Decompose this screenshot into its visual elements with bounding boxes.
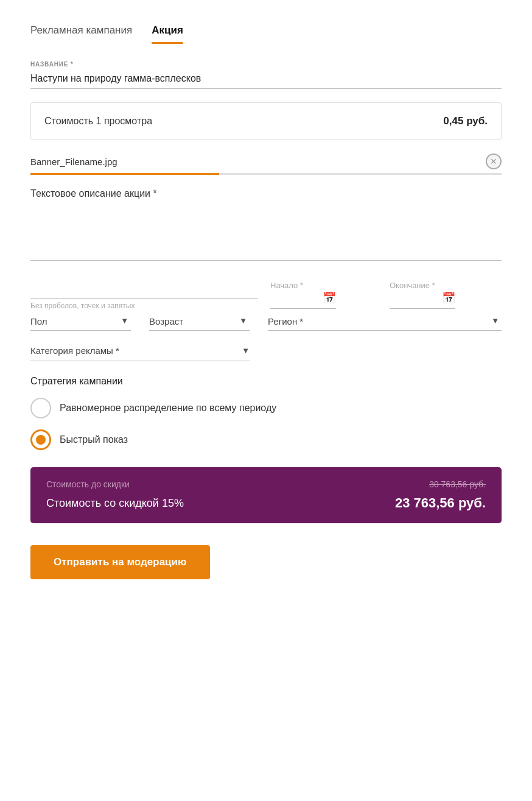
shows-section: Без пробелов, точек и запятых xyxy=(30,281,258,310)
tab-campaign[interactable]: Рекламная кампания xyxy=(30,24,132,43)
cost-before-row: Стоимость до скидки 30 763,56 руб. xyxy=(46,479,486,489)
radio-even-label: Равномерное распределение по всему перио… xyxy=(60,403,276,414)
tabs-bar: Рекламная кампания Акция xyxy=(30,24,502,43)
tab-action[interactable]: Акция xyxy=(152,24,183,43)
gender-label: Пол xyxy=(30,316,131,326)
gender-chevron-icon: ▼ xyxy=(121,316,128,325)
shows-hint: Без пробелов, точек и запятых xyxy=(30,302,258,310)
name-label: НАЗВАНИЕ * xyxy=(30,61,502,68)
cost-after-label: Стоимость со скидкой 15% xyxy=(46,497,184,510)
radio-even-circle[interactable] xyxy=(30,398,51,418)
cost-before-value: 30 763,56 руб. xyxy=(429,479,486,489)
age-dropdown[interactable]: Возраст ▼ xyxy=(149,316,250,331)
shows-input[interactable] xyxy=(30,281,258,299)
shows-dates-row: Без пробелов, точек и запятых Начало * 📅 xyxy=(30,281,502,310)
date-group: Начало * 📅 Окончание * 📅 xyxy=(270,281,502,309)
description-label: Текстовое описание акции * xyxy=(30,188,502,199)
file-progress-bar xyxy=(30,173,502,175)
start-date-section: Начало * 📅 xyxy=(270,281,380,309)
radio-fast-show[interactable]: Быстрый показ xyxy=(30,429,502,450)
cost-after-row: Стоимость со скидкой 15% 23 763,56 руб. xyxy=(46,495,486,511)
end-date-label: Окончание * xyxy=(390,281,455,290)
file-progress-fill xyxy=(30,173,219,175)
region-dropdown[interactable]: Регион * ▼ xyxy=(268,316,502,331)
category-chevron-icon: ▼ xyxy=(242,346,250,355)
file-input-section: ✕ xyxy=(30,153,502,175)
submit-button[interactable]: Отправить на модерацию xyxy=(30,545,210,579)
strategy-title: Стратегия кампании xyxy=(30,376,502,387)
age-label: Возраст xyxy=(149,316,250,326)
radio-even-distribution[interactable]: Равномерное распределение по всему перио… xyxy=(30,398,502,418)
start-date-label: Начало * xyxy=(270,281,336,290)
description-section: Текстовое описание акции * xyxy=(30,188,502,263)
end-date-input[interactable] xyxy=(390,293,438,303)
region-chevron-icon: ▼ xyxy=(491,316,499,325)
name-section: НАЗВАНИЕ * xyxy=(30,61,502,89)
cost-after-value: 23 763,56 руб. xyxy=(395,495,486,511)
category-section: Категория рекламы * ▼ xyxy=(30,345,502,361)
cost-per-view-label: Стоимость 1 просмотра xyxy=(44,116,152,127)
region-label: Регион * xyxy=(268,316,502,326)
strategy-section: Стратегия кампании Равномерное распредел… xyxy=(30,376,502,450)
start-calendar-icon[interactable]: 📅 xyxy=(323,291,336,305)
gender-dropdown[interactable]: Пол ▼ xyxy=(30,316,131,331)
category-dropdown[interactable]: Категория рекламы * ▼ xyxy=(30,345,250,361)
radio-fast-circle[interactable] xyxy=(30,429,51,450)
description-input[interactable] xyxy=(30,204,502,261)
end-calendar-icon[interactable]: 📅 xyxy=(442,291,455,305)
file-clear-button[interactable]: ✕ xyxy=(486,153,502,169)
dropdowns-row: Пол ▼ Возраст ▼ Регион * ▼ xyxy=(30,316,502,331)
cost-per-view-box: Стоимость 1 просмотра 0,45 руб. xyxy=(30,102,502,140)
radio-fast-label: Быстрый показ xyxy=(60,434,128,445)
name-input[interactable] xyxy=(30,71,502,89)
cost-summary-box: Стоимость до скидки 30 763,56 руб. Стоим… xyxy=(30,467,502,523)
category-label: Категория рекламы * xyxy=(30,345,119,356)
start-date-input[interactable] xyxy=(270,293,319,303)
cost-before-label: Стоимость до скидки xyxy=(46,479,130,489)
file-input[interactable] xyxy=(30,154,486,169)
cost-per-view-value: 0,45 руб. xyxy=(443,115,488,127)
end-date-section: Окончание * 📅 xyxy=(390,281,499,309)
age-chevron-icon: ▼ xyxy=(239,316,247,325)
